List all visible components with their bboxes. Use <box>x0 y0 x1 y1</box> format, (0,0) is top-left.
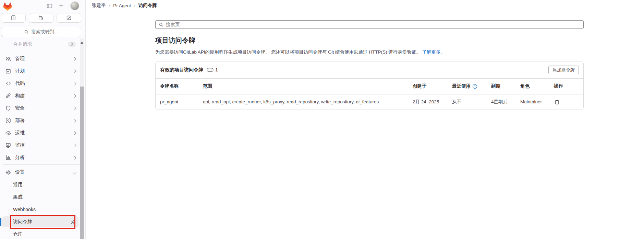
cell-last-used: 从不 <box>448 94 487 110</box>
page-description-text: 为您需要访问GitLab API的应用程序生成项目访问令牌。 您还可以将项目访问… <box>155 49 421 55</box>
sidebar-item-label: 管理 <box>15 56 25 62</box>
token-count-value: 1 <box>215 67 218 72</box>
token-icon <box>207 67 214 72</box>
issues-icon <box>11 15 16 21</box>
sidebar-item-secure[interactable]: 安全 <box>2 103 78 114</box>
sidebar-item-monitor[interactable]: 监控 <box>2 140 78 151</box>
sidebar-item-manage[interactable]: 管理 <box>2 53 78 64</box>
user-avatar[interactable] <box>70 1 79 10</box>
sidebar-item-label: 代码 <box>15 80 25 87</box>
col-header-created: 创建于 <box>408 79 448 94</box>
issues-shortcut-button[interactable] <box>1 13 26 23</box>
settings-search-input[interactable] <box>166 22 580 27</box>
page-title: 项目访问令牌 <box>155 36 195 45</box>
todo-icon <box>66 15 72 21</box>
sidebar-item-general[interactable]: 通用 <box>2 179 78 190</box>
sidebar-item-settings[interactable]: 设置 <box>2 167 78 178</box>
sidebar-item-integrations[interactable]: 集成 <box>2 192 78 203</box>
sidebar-item-plan[interactable]: 计划 <box>2 66 78 77</box>
sidebar-scrollbar[interactable] <box>80 38 84 239</box>
breadcrumb-project-link[interactable]: Pr Agent <box>113 3 131 8</box>
monitor-icon <box>5 143 11 148</box>
sidebar-item-label: 合并请求 <box>13 41 32 47</box>
breadcrumb-current-page: 访问令牌 <box>138 2 157 9</box>
breadcrumb-user-link[interactable]: 张建平 <box>92 2 106 9</box>
sidebar-item-analyze[interactable]: 分析 <box>2 152 78 163</box>
cell-expires: 4星期后 <box>487 94 516 110</box>
cell-role: Maintainer <box>516 94 549 110</box>
calendar-icon <box>5 68 11 74</box>
merge-request-count-badge: 0 <box>68 42 76 47</box>
learn-more-link[interactable]: 了解更多。 <box>422 49 446 55</box>
shield-icon <box>5 105 11 111</box>
add-token-button[interactable]: 添加新令牌 <box>548 66 579 74</box>
col-header-role: 角色 <box>516 79 549 94</box>
main-content: 张建平 / Pr Agent / 访问令牌 项目访问令牌 为您需要访问GitLa… <box>86 0 644 239</box>
gitlab-logo[interactable] <box>3 1 12 11</box>
col-header-last-used: 最近使用 ? <box>448 79 487 94</box>
chevron-right-icon <box>73 144 76 147</box>
cell-actions <box>549 94 583 110</box>
breadcrumb-separator: / <box>109 3 110 8</box>
breadcrumb-separator: / <box>134 3 135 8</box>
trash-icon <box>555 99 560 105</box>
panel-header: 有效的项目访问令牌 1 添加新令牌 <box>156 61 583 79</box>
settings-search-box <box>155 20 584 29</box>
sidebar-item-webhooks[interactable]: Webhooks <box>2 204 78 215</box>
chart-icon <box>5 155 11 160</box>
sidebar-item-repository[interactable]: 仓库 <box>2 229 78 239</box>
divider <box>3 51 82 51</box>
chevron-down-icon <box>73 171 76 174</box>
cell-token-name: pr_agent <box>156 94 198 110</box>
sidebar-item-access-tokens[interactable]: 访问令牌 <box>2 216 78 227</box>
code-icon <box>5 81 11 86</box>
chevron-right-icon <box>73 131 76 135</box>
revoke-token-button[interactable] <box>554 99 560 105</box>
help-icon[interactable]: ? <box>472 84 477 89</box>
merge-requests-shortcut-button[interactable] <box>29 13 53 23</box>
plus-icon[interactable] <box>57 2 65 10</box>
page-description: 为您需要访问GitLab API的应用程序生成项目访问令牌。 您还可以将项目访问… <box>155 49 445 55</box>
chevron-right-icon <box>73 94 76 98</box>
sidebar-item-label: 部署 <box>15 117 25 124</box>
sidebar-item-build[interactable]: 构建 <box>2 90 78 101</box>
cell-created: 2月 24, 2025 <box>408 94 448 110</box>
tokens-table: 令牌名称 范围 创建于 最近使用 ? 到期 <box>156 79 583 110</box>
sidebar-item-label: 分析 <box>15 155 25 161</box>
sidebar-header <box>0 0 85 12</box>
col-header-token-name: 令牌名称 <box>156 79 198 94</box>
sidebar-item-merge-requests[interactable]: 合并请求 0 <box>2 38 78 50</box>
svg-text:?: ? <box>474 85 476 88</box>
sidebar-search[interactable]: 搜索或转到... <box>1 27 81 37</box>
token-count: 1 <box>207 67 218 72</box>
active-indicator-bar <box>0 218 1 226</box>
sidebar-item-label: 设置 <box>15 169 25 175</box>
sidebar-item-deploy[interactable]: 部署 <box>2 115 78 126</box>
sidebar-item-operate[interactable]: 运维 <box>2 127 78 138</box>
sidebar-item-label: Webhooks <box>13 207 36 212</box>
table-row: pr_agent api, read_api, create_runner, k… <box>156 94 583 110</box>
sidebar-item-label: 仓库 <box>13 231 23 237</box>
sidebar-item-label: 通用 <box>13 182 23 188</box>
search-icon <box>159 22 163 27</box>
panel-toggle-icon[interactable] <box>46 2 53 10</box>
scrollbar-thumb[interactable] <box>80 87 84 239</box>
chevron-right-icon <box>73 69 76 73</box>
scrollbar-up-arrow[interactable] <box>81 42 83 44</box>
sidebar-shortcut-pills <box>1 13 81 23</box>
col-header-scopes: 范围 <box>198 79 408 94</box>
col-header-expires: 到期 <box>487 79 516 94</box>
chevron-right-icon <box>73 82 76 85</box>
todo-shortcut-button[interactable] <box>57 13 81 23</box>
gear-icon <box>5 170 11 175</box>
panel-title: 有效的项目访问令牌 <box>160 67 203 73</box>
sidebar-item-code[interactable]: 代码 <box>2 78 78 89</box>
pin-icon[interactable] <box>71 219 76 225</box>
cell-scopes: api, read_api, create_runner, k8s_proxy,… <box>198 94 408 110</box>
merge-request-icon <box>38 15 44 21</box>
sidebar-nav: 合并请求 0 管理 计划 <box>0 38 85 239</box>
sidebar-item-label: 构建 <box>15 93 25 99</box>
sidebar-item-label: 安全 <box>15 105 25 111</box>
users-icon <box>5 56 11 61</box>
sidebar-item-label: 集成 <box>13 194 23 200</box>
